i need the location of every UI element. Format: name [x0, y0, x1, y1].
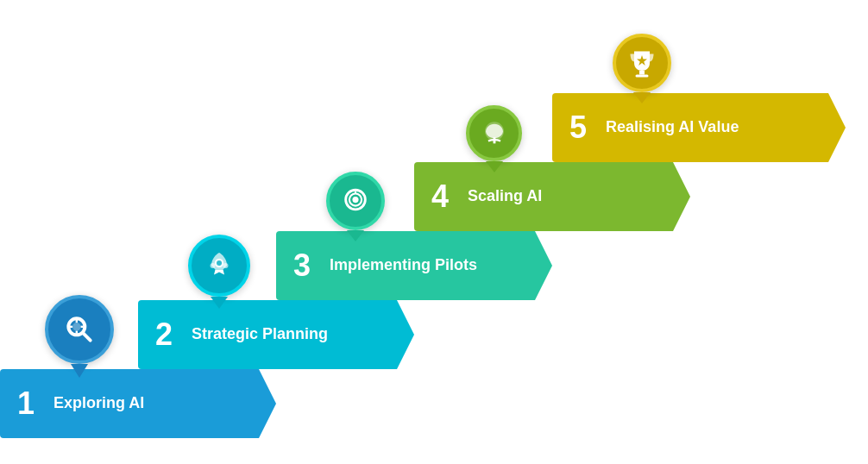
step-4-banner: 4 Scaling AI — [414, 162, 690, 231]
rocket-icon — [204, 250, 235, 281]
svg-point-9 — [223, 263, 229, 268]
step-4-pin — [466, 105, 522, 172]
step-5-number: 5 — [569, 110, 595, 146]
diagram-container: 1 Exploring AI 2 Strategic Planning 3 Im… — [0, 0, 868, 464]
step-1-pin-tail — [71, 364, 88, 378]
step-2-banner: 2 Strategic Planning — [138, 300, 414, 369]
tree-icon — [480, 119, 509, 148]
step-5-pin-tail — [633, 92, 651, 103]
svg-point-8 — [211, 263, 216, 268]
step-4-label: Scaling AI — [468, 186, 542, 206]
svg-point-2 — [72, 323, 81, 331]
svg-rect-17 — [636, 75, 649, 78]
step-2-pin-tail — [211, 297, 228, 309]
svg-rect-16 — [639, 71, 645, 75]
step-2-number: 2 — [155, 317, 181, 353]
step-4-pin-circle — [466, 105, 522, 161]
step-3-pin-tail — [347, 230, 364, 241]
step-1-banner: 1 Exploring AI — [0, 369, 276, 438]
search-icon — [63, 313, 96, 346]
trophy-icon — [626, 47, 657, 78]
step-3-pin-circle — [326, 172, 385, 230]
step-5-banner: 5 Realising AI Value — [552, 93, 846, 162]
step-5-pin-circle — [613, 34, 671, 92]
step-5-pin — [613, 34, 671, 103]
step-5-label: Realising AI Value — [606, 117, 739, 137]
step-4-number: 4 — [431, 179, 457, 215]
svg-point-10 — [217, 260, 222, 266]
step-1-label: Exploring AI — [53, 393, 144, 413]
step-1-pin — [45, 295, 114, 378]
step-1-number: 1 — [17, 386, 43, 422]
svg-point-13 — [352, 197, 358, 203]
step-3-number: 3 — [293, 248, 319, 284]
target-icon — [341, 186, 370, 216]
step-2-pin — [188, 235, 250, 309]
step-1-pin-circle — [45, 295, 114, 364]
svg-line-1 — [83, 333, 91, 341]
step-4-pin-tail — [486, 161, 503, 172]
step-3-label: Implementing Pilots — [330, 255, 477, 275]
step-2-pin-circle — [188, 235, 250, 297]
step-3-pin — [326, 172, 385, 241]
step-3-banner: 3 Implementing Pilots — [276, 231, 552, 300]
step-2-label: Strategic Planning — [192, 324, 328, 344]
